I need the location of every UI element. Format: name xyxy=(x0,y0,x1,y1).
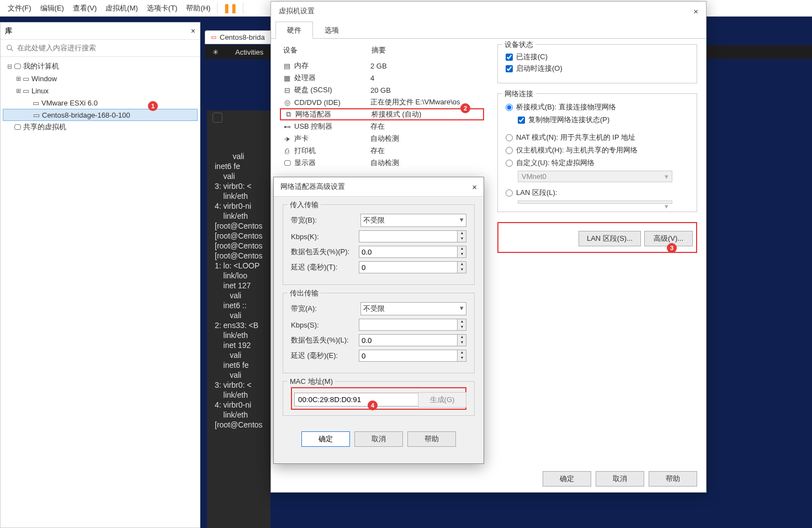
tree-linux[interactable]: ⊞ ▭ Linux xyxy=(3,85,198,97)
hw-summary: 自动检测 xyxy=(370,134,399,144)
row-loss-out: 数据包丢失(%)(L):▴▾ xyxy=(291,334,466,346)
activities-icon: ✳ xyxy=(213,48,219,56)
pc-icon: 🖵 xyxy=(14,62,21,71)
btn-ok[interactable]: 确定 xyxy=(543,471,591,487)
callout-4: 4 xyxy=(368,400,378,410)
out-lat-input[interactable] xyxy=(359,350,458,362)
svg-line-1 xyxy=(11,49,13,51)
btn-cancel[interactable]: 取消 xyxy=(596,471,644,487)
rad-bridge[interactable]: 桥接模式(B): 直接连接物理网络 xyxy=(506,102,689,112)
menu-view[interactable]: 查看(V) xyxy=(68,2,101,14)
btn-cancel[interactable]: 取消 xyxy=(354,431,403,447)
hw-display[interactable]: 🖵显示器自动检测 xyxy=(280,157,484,169)
rad-bridge-input[interactable] xyxy=(506,104,513,111)
menu-tabs[interactable]: 选项卡(T) xyxy=(142,2,182,14)
field-label: 数据包丢失(%)(P): xyxy=(291,247,359,257)
advanced-body: 传入传输 带宽(B):不受限 Kbps(K):▴▾ 数据包丢失(%)(P):▴▾… xyxy=(274,197,484,428)
tree-shared[interactable]: 🖵 共享的虚拟机 xyxy=(3,121,198,133)
advanced-title: 网络适配器高级设置 xyxy=(280,182,345,192)
btn-ok[interactable]: 确定 xyxy=(301,431,350,447)
chk-replicate[interactable]: 复制物理网络连接状态(P) xyxy=(518,115,689,125)
hw-hdd[interactable]: ⊟硬盘 (SCSI)20 GB xyxy=(280,84,484,96)
library-close-icon[interactable]: × xyxy=(191,27,195,35)
in-kbps-input[interactable] xyxy=(359,230,458,242)
chk-replicate-input[interactable] xyxy=(518,117,525,124)
hw-printer[interactable]: ⎙打印机存在 xyxy=(280,145,484,157)
hw-cpu[interactable]: ▦处理器4 xyxy=(280,72,484,84)
sel-bw-in[interactable]: 不受限 xyxy=(360,214,466,227)
out-loss-input[interactable] xyxy=(359,334,458,346)
btn-help[interactable]: 帮助 xyxy=(649,471,697,487)
hw-summary: 4 xyxy=(370,74,374,82)
library-search[interactable]: 在此处键入内容进行搜索 xyxy=(1,40,200,57)
tree-window[interactable]: ⊞ ▭ Window xyxy=(3,72,198,85)
in-loss-input[interactable] xyxy=(359,246,458,258)
menu-vm[interactable]: 虚拟机(M) xyxy=(101,2,142,14)
row-lat-out: 延迟 (毫秒)(E):▴▾ xyxy=(291,350,466,362)
sel-bw-out[interactable]: 不受限 xyxy=(360,302,466,315)
col-summary: 摘要 xyxy=(371,45,386,55)
rad-nat-input[interactable] xyxy=(506,134,513,141)
rad-lanseg[interactable]: LAN 区段(L): xyxy=(506,188,689,198)
btn-help[interactable]: 帮助 xyxy=(407,431,456,447)
vmsettings-title: 虚拟机设置 xyxy=(279,6,315,16)
hw-name: CD/DVD (IDE) xyxy=(292,98,370,107)
tab-options[interactable]: 选项 xyxy=(313,22,351,39)
rad-hostonly[interactable]: 仅主机模式(H): 与主机共享的专用网络 xyxy=(506,145,689,155)
chk-onstart[interactable]: 启动时连接(O) xyxy=(506,64,689,73)
rad-custom-input[interactable] xyxy=(506,160,513,167)
tree-label: Centos8-bridage-168-0-100 xyxy=(42,111,130,119)
tab-hardware[interactable]: 硬件 xyxy=(275,22,313,39)
hw-memory[interactable]: ▤内存2 GB xyxy=(280,60,484,72)
spinner-buttons[interactable]: ▴▾ xyxy=(458,230,466,242)
tree-mycomputer[interactable]: ⊟ 🖵 我的计算机 xyxy=(3,60,198,72)
hw-network[interactable]: ⧉网络适配器桥接模式 (自动) xyxy=(280,108,484,120)
hw-cd[interactable]: ◎CD/DVD (IDE)正在使用文件 E:\VMware\os xyxy=(280,96,484,108)
hw-usb[interactable]: ⊷USB 控制器存在 xyxy=(280,120,484,133)
field-label: 延迟 (毫秒)(E): xyxy=(291,351,359,361)
close-icon[interactable]: × xyxy=(472,182,477,192)
out-kbps-input[interactable] xyxy=(359,319,458,331)
callout-3: 3 xyxy=(667,243,677,253)
col-device: 设备 xyxy=(283,45,371,55)
chk-onstart-input[interactable] xyxy=(506,65,513,72)
tree-esxi[interactable]: ▭ VMware ESXi 6.0 xyxy=(3,97,198,109)
chk-connected-input[interactable] xyxy=(506,54,513,61)
pause-icon[interactable]: ❚❚ xyxy=(220,3,241,13)
rad-label: 自定义(U): 特定虚拟网络 xyxy=(516,158,595,168)
tree-toggle-icon[interactable]: ⊞ xyxy=(15,87,22,94)
rad-lanseg-input[interactable] xyxy=(506,189,513,197)
tree-toggle-icon[interactable]: ⊟ xyxy=(6,63,13,70)
vm-icon: ▭ xyxy=(33,111,40,119)
menu-help[interactable]: 帮助(H) xyxy=(182,2,215,14)
rad-custom[interactable]: 自定义(U): 特定虚拟网络 xyxy=(506,158,689,168)
spinner-buttons[interactable]: ▴▾ xyxy=(458,261,466,273)
btn-lan-segments[interactable]: LAN 区段(S)... xyxy=(579,231,641,246)
btn-generate-mac[interactable]: 生成(G) xyxy=(418,392,466,408)
in-lat-input[interactable] xyxy=(359,261,458,273)
menu-edit[interactable]: 编辑(E) xyxy=(36,2,68,14)
spinner-buttons[interactable]: ▴▾ xyxy=(458,319,466,331)
terminal-text: vali inet6 fe vali 3: virbr0: < link/eth… xyxy=(215,152,263,429)
spinner-buttons[interactable]: ▴▾ xyxy=(458,246,466,258)
tree-label: 我的计算机 xyxy=(23,61,59,71)
group-device-status: 设备状态 已连接(C) 启动时连接(O) xyxy=(497,44,697,83)
spinner-buttons[interactable]: ▴▾ xyxy=(458,350,466,362)
hw-name: 显示器 xyxy=(292,158,370,168)
row-bw-in: 带宽(B):不受限 xyxy=(291,214,466,227)
hw-sound[interactable]: 🕩声卡自动检测 xyxy=(280,133,484,145)
tree-toggle-icon[interactable]: ⊞ xyxy=(15,75,22,82)
hw-name: 打印机 xyxy=(292,146,370,156)
rad-hostonly-input[interactable] xyxy=(506,147,513,154)
activities-label[interactable]: Activities xyxy=(235,48,263,56)
spinner-buttons[interactable]: ▴▾ xyxy=(458,334,466,346)
tree-label: Window xyxy=(31,75,57,83)
rad-nat[interactable]: NAT 模式(N): 用于共享主机的 IP 地址 xyxy=(506,133,689,142)
printer-icon: ⎙ xyxy=(282,147,292,155)
close-icon[interactable]: × xyxy=(693,7,698,16)
rad-label: 桥接模式(B): 直接连接物理网络 xyxy=(516,102,616,112)
chk-connected[interactable]: 已连接(C) xyxy=(506,52,689,62)
menu-file[interactable]: 文件(F) xyxy=(3,2,36,14)
vmsettings-tabs: 硬件 选项 xyxy=(271,22,706,39)
tree-centos8[interactable]: ▭ Centos8-bridage-168-0-100 xyxy=(3,109,198,121)
